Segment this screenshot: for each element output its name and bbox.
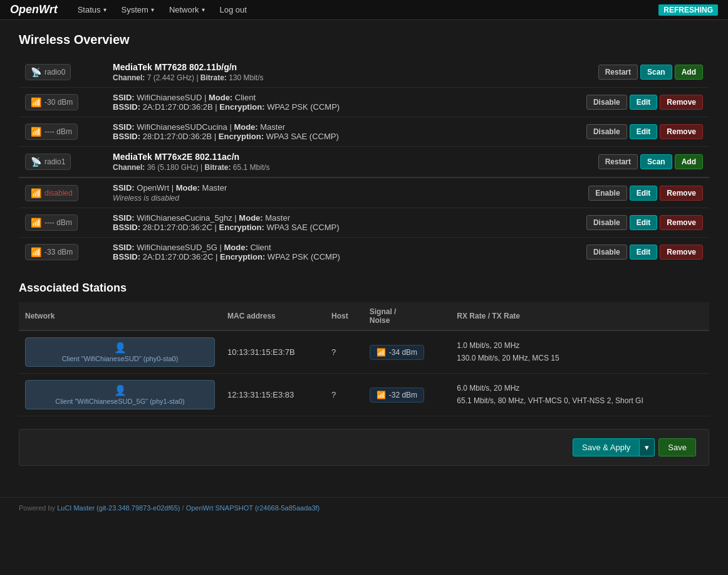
restart-button[interactable]: Restart bbox=[598, 65, 638, 80]
disabled-text: Wireless is disabled bbox=[113, 194, 480, 203]
rxtx-info-0: 1.0 Mbit/s, 20 MHz 130.0 Mbit/s, 20 MHz,… bbox=[457, 340, 703, 364]
ssid-line: SSID: OpenWrt | Mode: Master bbox=[113, 183, 480, 193]
table-row: 📡 radio1 MediaTek MT76x2E 802.11ac/n Cha… bbox=[19, 147, 709, 178]
client-icon: 👤 bbox=[114, 342, 127, 354]
ssid-line: SSID: WifiChianeseSUDCucina | Mode: Mast… bbox=[113, 122, 480, 132]
client-badge-1: 👤 Client "WifiChianeseSUD_5G" (phy1-sta0… bbox=[25, 380, 215, 409]
client-icon: 👤 bbox=[114, 384, 127, 396]
signal-badge-iface0: 📶 -30 dBm bbox=[25, 94, 78, 110]
table-row: 📡 radio0 MediaTek MT7628 802.11b/g/n Cha… bbox=[19, 57, 709, 88]
main-content: Wireless Overview 📡 radio0 MediaTek MT76… bbox=[0, 20, 728, 491]
radio-badge-radio0: 📡 radio0 bbox=[25, 64, 71, 80]
btn-group-radio1: Restart Scan Add bbox=[492, 154, 703, 169]
save-apply-dropdown-button[interactable]: ▾ bbox=[640, 438, 655, 456]
host-cell: ? bbox=[325, 330, 363, 374]
bssid-line: BSSID: 2A:D1:27:0D:36:2B | Encryption: W… bbox=[113, 102, 480, 112]
table-row: 👤 Client "WifiChianeseSUD" (phy0-sta0) 1… bbox=[19, 330, 709, 374]
signal-bar-icon: 📶 bbox=[377, 348, 386, 357]
associated-stations-table: Network MAC address Host Signal /Noise R… bbox=[19, 302, 709, 416]
remove-button[interactable]: Remove bbox=[660, 95, 703, 110]
remove-button[interactable]: Remove bbox=[660, 124, 703, 139]
refreshing-badge: REFRESHING bbox=[658, 4, 718, 16]
nav-network[interactable]: Network ▾ bbox=[162, 1, 212, 18]
col-signal: Signal /Noise bbox=[363, 302, 451, 330]
table-row: 📶 -30 dBm SSID: WifiChianeseSUD | Mode: … bbox=[19, 88, 709, 117]
host-cell: ? bbox=[325, 374, 363, 416]
edit-button[interactable]: Edit bbox=[630, 95, 658, 110]
table-header-row: Network MAC address Host Signal /Noise R… bbox=[19, 302, 709, 330]
wifi-icon: 📡 bbox=[31, 67, 41, 77]
btn-group-disabled: Enable Edit Remove bbox=[492, 186, 703, 201]
radio-badge-radio1: 📡 radio1 bbox=[25, 154, 71, 170]
signal-badge-0: 📶 -34 dBm bbox=[370, 345, 424, 360]
btn-group-iface0: Disable Edit Remove bbox=[492, 95, 703, 110]
remove-button[interactable]: Remove bbox=[660, 215, 703, 230]
signal-badge-iface3: 📶 -33 dBm bbox=[25, 244, 78, 260]
ssid-line: SSID: WifiChianeseSUD_5G | Mode: Client bbox=[113, 243, 480, 252]
signal-icon: 📶 bbox=[31, 218, 41, 228]
signal-icon: 📶 bbox=[31, 127, 41, 137]
navbar: OpenWrt Status ▾ System ▾ Network ▾ Log … bbox=[0, 0, 728, 20]
edit-button[interactable]: Edit bbox=[630, 124, 658, 139]
signal-icon: 📶 bbox=[31, 247, 41, 257]
enable-button[interactable]: Enable bbox=[588, 186, 627, 201]
associated-stations-title: Associated Stations bbox=[19, 282, 709, 295]
disable-button[interactable]: Disable bbox=[586, 215, 627, 230]
save-apply-group: Save & Apply ▾ Save bbox=[573, 438, 696, 456]
table-row: 📶 disabled SSID: OpenWrt | Mode: Master … bbox=[19, 177, 709, 208]
owrt-link[interactable]: OpenWrt SNAPSHOT (r24668-5a85aada3f) bbox=[186, 504, 320, 512]
add-button[interactable]: Add bbox=[675, 154, 703, 169]
rxtx-info-1: 6.0 Mbit/s, 20 MHz 65.1 Mbit/s, 80 MHz, … bbox=[457, 382, 703, 406]
signal-badge-iface2: 📶 ---- dBm bbox=[25, 214, 78, 231]
edit-button[interactable]: Edit bbox=[630, 215, 658, 230]
restart-button[interactable]: Restart bbox=[598, 154, 638, 169]
save-apply-button[interactable]: Save & Apply bbox=[573, 438, 640, 456]
chevron-down-icon: ▾ bbox=[645, 443, 649, 452]
device-name: MediaTek MT7628 802.11b/g/n bbox=[113, 62, 480, 72]
btn-group-iface1: Disable Edit Remove bbox=[492, 124, 703, 139]
luci-link[interactable]: LuCI Master (git-23.348.79873-e02df65) bbox=[57, 504, 180, 512]
page-footer: Powered by LuCI Master (git-23.348.79873… bbox=[0, 497, 728, 518]
save-button[interactable]: Save bbox=[658, 438, 696, 456]
disable-button[interactable]: Disable bbox=[586, 95, 627, 110]
remove-button[interactable]: Remove bbox=[660, 245, 703, 260]
signal-badge-1: 📶 -32 dBm bbox=[370, 388, 424, 403]
chevron-down-icon: ▾ bbox=[151, 6, 154, 13]
edit-button[interactable]: Edit bbox=[630, 186, 658, 201]
bssid-line: BSSID: 28:D1:27:0D:36:2B | Encryption: W… bbox=[113, 132, 480, 141]
remove-button[interactable]: Remove bbox=[660, 186, 703, 201]
brand: OpenWrt bbox=[10, 3, 58, 16]
chevron-down-icon: ▾ bbox=[202, 6, 205, 13]
signal-disabled-icon: 📶 bbox=[31, 188, 41, 198]
mac-cell: 12:13:31:15:E3:83 bbox=[221, 374, 325, 416]
device-detail: Channel: 7 (2.442 GHz) | Bitrate: 130 Mb… bbox=[113, 73, 480, 82]
client-badge-0: 👤 Client "WifiChianeseSUD" (phy0-sta0) bbox=[25, 337, 215, 367]
add-button[interactable]: Add bbox=[675, 65, 703, 80]
table-row: 👤 Client "WifiChianeseSUD_5G" (phy1-sta0… bbox=[19, 374, 709, 416]
nav-status[interactable]: Status ▾ bbox=[70, 1, 114, 18]
footer-actions: Save & Apply ▾ Save bbox=[19, 429, 709, 466]
ssid-line: SSID: WifiChianeseSUD | Mode: Client bbox=[113, 93, 480, 102]
wifi-icon: 📡 bbox=[31, 157, 41, 167]
signal-bar-icon: 📶 bbox=[377, 391, 386, 399]
nav-logout[interactable]: Log out bbox=[212, 1, 254, 18]
device-detail: Channel: 36 (5.180 GHz) | Bitrate: 65.1 … bbox=[113, 163, 480, 172]
ssid-line: SSID: WifiChianeseCucina_5ghz | Mode: Ma… bbox=[113, 213, 480, 223]
chevron-down-icon: ▾ bbox=[103, 6, 107, 13]
nav-system[interactable]: System ▾ bbox=[114, 1, 162, 18]
col-network: Network bbox=[19, 302, 221, 330]
disable-button[interactable]: Disable bbox=[586, 124, 627, 139]
col-host: Host bbox=[325, 302, 363, 330]
scan-button[interactable]: Scan bbox=[640, 65, 672, 80]
edit-button[interactable]: Edit bbox=[630, 245, 658, 260]
signal-badge-disabled: 📶 disabled bbox=[25, 185, 78, 201]
bssid-line: BSSID: 2A:D1:27:0D:36:2C | Encryption: W… bbox=[113, 252, 480, 261]
scan-button[interactable]: Scan bbox=[640, 154, 672, 169]
btn-group-iface2: Disable Edit Remove bbox=[492, 215, 703, 230]
wireless-overview-table: 📡 radio0 MediaTek MT7628 802.11b/g/n Cha… bbox=[19, 57, 709, 266]
mac-cell: 10:13:31:15:E3:7B bbox=[221, 330, 325, 374]
col-mac: MAC address bbox=[221, 302, 325, 330]
bssid-line: BSSID: 28:D1:27:0D:36:2C | Encryption: W… bbox=[113, 223, 480, 232]
disable-button[interactable]: Disable bbox=[586, 245, 627, 260]
wireless-overview-title: Wireless Overview bbox=[19, 33, 709, 47]
